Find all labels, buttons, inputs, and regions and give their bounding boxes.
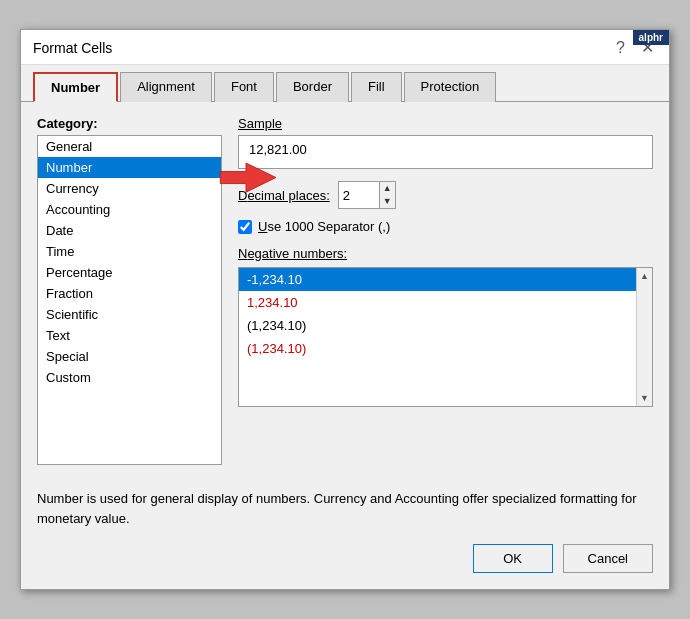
- sample-section: Sample 12,821.00: [238, 116, 653, 169]
- format-cells-dialog: alphr Format Cells ? ✕ Number Alignment …: [20, 29, 670, 590]
- tab-fill[interactable]: Fill: [351, 72, 402, 102]
- help-button[interactable]: ?: [611, 38, 630, 58]
- title-bar: Format Cells ? ✕: [21, 30, 669, 65]
- scroll-up-arrow[interactable]: ▲: [637, 268, 652, 284]
- left-panel: Category: General Number Currency Accoun…: [37, 116, 222, 465]
- title-bar-left: Format Cells: [33, 40, 112, 56]
- category-item-number[interactable]: Number: [38, 157, 221, 178]
- neg-item-3[interactable]: (1,234.10): [239, 337, 636, 360]
- category-item-fraction[interactable]: Fraction: [38, 283, 221, 304]
- spinner-buttons: ▲ ▼: [379, 182, 395, 208]
- scroll-down-arrow[interactable]: ▼: [637, 390, 652, 406]
- category-item-time[interactable]: Time: [38, 241, 221, 262]
- negative-list-inner[interactable]: -1,234.10 1,234.10 (1,234.10) (1,234.10): [239, 268, 636, 406]
- tab-bar: Number Alignment Font Border Fill Protec…: [21, 65, 669, 102]
- sample-value: 12,821.00: [238, 135, 653, 169]
- alphr-badge: alphr: [633, 30, 669, 45]
- separator-label[interactable]: Use 1000 Separator (,): [258, 219, 390, 234]
- category-item-percentage[interactable]: Percentage: [38, 262, 221, 283]
- tab-alignment[interactable]: Alignment: [120, 72, 212, 102]
- decimal-label: Decimal places:: [238, 188, 330, 203]
- neg-item-1[interactable]: 1,234.10: [239, 291, 636, 314]
- tab-number[interactable]: Number: [33, 72, 118, 102]
- category-item-text[interactable]: Text: [38, 325, 221, 346]
- sample-label: Sample: [238, 116, 653, 131]
- decimal-input[interactable]: [339, 185, 379, 206]
- ok-button[interactable]: OK: [473, 544, 553, 573]
- main-content: Category: General Number Currency Accoun…: [21, 102, 669, 479]
- category-label: Category:: [37, 116, 222, 131]
- right-panel: Sample 12,821.00 Decimal places: ▲ ▼: [238, 116, 653, 465]
- spinner-up[interactable]: ▲: [380, 182, 395, 195]
- category-item-custom[interactable]: Custom: [38, 367, 221, 388]
- category-item-general[interactable]: General: [38, 136, 221, 157]
- negative-label: Negative numbers:: [238, 246, 653, 261]
- spinner-down[interactable]: ▼: [380, 195, 395, 208]
- footer-note: Number is used for general display of nu…: [21, 479, 669, 534]
- tab-border[interactable]: Border: [276, 72, 349, 102]
- separator-row: Use 1000 Separator (,): [238, 219, 653, 234]
- cancel-button[interactable]: Cancel: [563, 544, 653, 573]
- category-item-accounting[interactable]: Accounting: [38, 199, 221, 220]
- category-item-currency[interactable]: Currency: [38, 178, 221, 199]
- category-item-date[interactable]: Date: [38, 220, 221, 241]
- dialog-title: Format Cells: [33, 40, 112, 56]
- dialog-buttons: OK Cancel: [21, 534, 669, 589]
- separator-checkbox[interactable]: [238, 220, 252, 234]
- negative-list: -1,234.10 1,234.10 (1,234.10) (1,234.10)…: [238, 267, 653, 407]
- category-list: General Number Currency Accounting Date …: [37, 135, 222, 465]
- neg-item-2[interactable]: (1,234.10): [239, 314, 636, 337]
- category-item-special[interactable]: Special: [38, 346, 221, 367]
- tab-font[interactable]: Font: [214, 72, 274, 102]
- tab-protection[interactable]: Protection: [404, 72, 497, 102]
- negative-scrollbar[interactable]: ▲ ▼: [636, 268, 652, 406]
- neg-item-0[interactable]: -1,234.10: [239, 268, 636, 291]
- decimal-row: Decimal places: ▲ ▼: [238, 181, 653, 209]
- decimal-spinner[interactable]: ▲ ▼: [338, 181, 396, 209]
- category-item-scientific[interactable]: Scientific: [38, 304, 221, 325]
